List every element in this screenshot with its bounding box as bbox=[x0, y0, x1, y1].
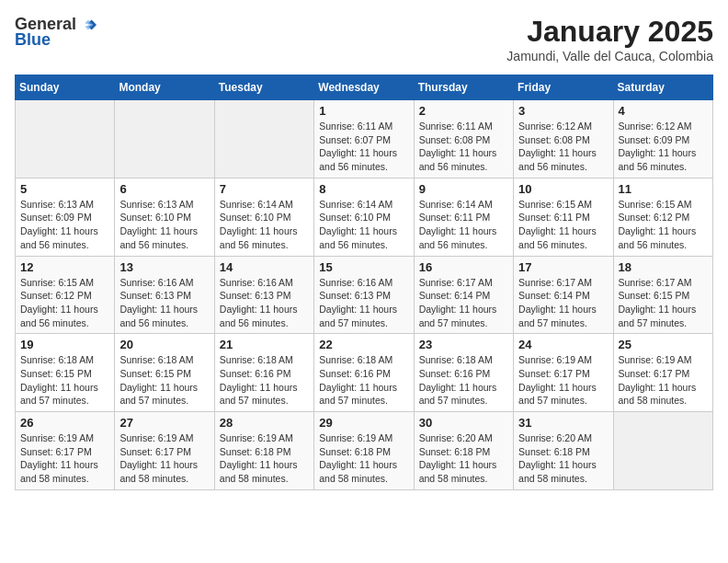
calendar-cell: 31Sunrise: 6:20 AM Sunset: 6:18 PM Dayli… bbox=[514, 412, 613, 490]
weekday-header: Tuesday bbox=[214, 75, 313, 100]
day-number: 16 bbox=[419, 260, 508, 274]
day-number: 6 bbox=[119, 182, 209, 196]
calendar-cell: 28Sunrise: 6:19 AM Sunset: 6:18 PM Dayli… bbox=[214, 412, 313, 490]
day-number: 8 bbox=[319, 182, 408, 196]
calendar-cell: 20Sunrise: 6:18 AM Sunset: 6:15 PM Dayli… bbox=[115, 334, 214, 412]
day-info: Sunrise: 6:15 AM Sunset: 6:11 PM Dayligh… bbox=[518, 198, 608, 252]
day-number: 12 bbox=[20, 260, 109, 274]
calendar-cell: 18Sunrise: 6:17 AM Sunset: 6:15 PM Dayli… bbox=[613, 256, 712, 334]
calendar-cell: 2Sunrise: 6:11 AM Sunset: 6:08 PM Daylig… bbox=[414, 100, 513, 178]
day-number: 30 bbox=[419, 416, 508, 430]
title-area: January 2025 Jamundi, Valle del Cauca, C… bbox=[506, 15, 713, 63]
day-info: Sunrise: 6:13 AM Sunset: 6:10 PM Dayligh… bbox=[119, 198, 209, 252]
calendar-cell bbox=[16, 100, 115, 178]
calendar-cell bbox=[115, 100, 214, 178]
day-number: 25 bbox=[619, 338, 708, 351]
day-number: 2 bbox=[419, 104, 508, 118]
logo: General Blue bbox=[15, 15, 97, 50]
weekday-header: Thursday bbox=[414, 75, 513, 100]
day-info: Sunrise: 6:16 AM Sunset: 6:13 PM Dayligh… bbox=[220, 276, 309, 330]
calendar-cell: 27Sunrise: 6:19 AM Sunset: 6:17 PM Dayli… bbox=[115, 412, 214, 490]
day-info: Sunrise: 6:15 AM Sunset: 6:12 PM Dayligh… bbox=[20, 276, 109, 330]
calendar-cell: 12Sunrise: 6:15 AM Sunset: 6:12 PM Dayli… bbox=[16, 256, 115, 334]
day-info: Sunrise: 6:14 AM Sunset: 6:10 PM Dayligh… bbox=[319, 198, 408, 252]
calendar-cell: 25Sunrise: 6:19 AM Sunset: 6:17 PM Dayli… bbox=[613, 334, 712, 412]
day-number: 3 bbox=[518, 104, 608, 118]
calendar-cell: 14Sunrise: 6:16 AM Sunset: 6:13 PM Dayli… bbox=[214, 256, 313, 334]
day-info: Sunrise: 6:19 AM Sunset: 6:17 PM Dayligh… bbox=[518, 353, 608, 408]
day-info: Sunrise: 6:17 AM Sunset: 6:14 PM Dayligh… bbox=[419, 276, 508, 330]
calendar-cell: 3Sunrise: 6:12 AM Sunset: 6:08 PM Daylig… bbox=[514, 100, 613, 178]
calendar-cell bbox=[613, 412, 712, 490]
calendar-cell: 13Sunrise: 6:16 AM Sunset: 6:13 PM Dayli… bbox=[115, 256, 214, 334]
calendar-week-row: 19Sunrise: 6:18 AM Sunset: 6:15 PM Dayli… bbox=[16, 334, 713, 412]
calendar-cell: 11Sunrise: 6:15 AM Sunset: 6:12 PM Dayli… bbox=[613, 178, 712, 256]
day-info: Sunrise: 6:19 AM Sunset: 6:17 PM Dayligh… bbox=[619, 353, 708, 408]
calendar-cell: 30Sunrise: 6:20 AM Sunset: 6:18 PM Dayli… bbox=[414, 412, 513, 490]
day-info: Sunrise: 6:18 AM Sunset: 6:15 PM Dayligh… bbox=[20, 353, 109, 408]
calendar-cell: 6Sunrise: 6:13 AM Sunset: 6:10 PM Daylig… bbox=[115, 178, 214, 256]
location-title: Jamundi, Valle del Cauca, Colombia bbox=[506, 49, 713, 63]
day-number: 1 bbox=[319, 104, 408, 118]
day-info: Sunrise: 6:16 AM Sunset: 6:13 PM Dayligh… bbox=[319, 276, 408, 330]
day-number: 18 bbox=[619, 260, 708, 274]
day-number: 31 bbox=[518, 416, 608, 430]
day-info: Sunrise: 6:18 AM Sunset: 6:16 PM Dayligh… bbox=[220, 353, 309, 408]
logo-blue: Blue bbox=[15, 30, 51, 50]
calendar-cell: 10Sunrise: 6:15 AM Sunset: 6:11 PM Dayli… bbox=[514, 178, 613, 256]
calendar-week-row: 26Sunrise: 6:19 AM Sunset: 6:17 PM Dayli… bbox=[16, 412, 713, 490]
calendar-cell: 15Sunrise: 6:16 AM Sunset: 6:13 PM Dayli… bbox=[314, 256, 414, 334]
day-info: Sunrise: 6:20 AM Sunset: 6:18 PM Dayligh… bbox=[518, 431, 608, 486]
day-number: 26 bbox=[20, 416, 109, 430]
day-number: 28 bbox=[220, 416, 309, 430]
day-number: 29 bbox=[319, 416, 408, 430]
day-info: Sunrise: 6:12 AM Sunset: 6:08 PM Dayligh… bbox=[518, 120, 608, 174]
month-title: January 2025 bbox=[506, 15, 713, 49]
day-info: Sunrise: 6:17 AM Sunset: 6:14 PM Dayligh… bbox=[518, 276, 608, 330]
day-info: Sunrise: 6:19 AM Sunset: 6:17 PM Dayligh… bbox=[20, 431, 109, 486]
day-info: Sunrise: 6:12 AM Sunset: 6:09 PM Dayligh… bbox=[619, 120, 708, 174]
calendar-cell: 29Sunrise: 6:19 AM Sunset: 6:18 PM Dayli… bbox=[314, 412, 414, 490]
day-number: 10 bbox=[518, 182, 608, 196]
day-info: Sunrise: 6:18 AM Sunset: 6:16 PM Dayligh… bbox=[419, 353, 508, 408]
calendar-week-row: 5Sunrise: 6:13 AM Sunset: 6:09 PM Daylig… bbox=[16, 178, 713, 256]
weekday-header: Saturday bbox=[613, 75, 712, 100]
day-number: 5 bbox=[20, 182, 109, 196]
day-number: 22 bbox=[319, 338, 408, 351]
calendar-cell: 21Sunrise: 6:18 AM Sunset: 6:16 PM Dayli… bbox=[214, 334, 313, 412]
day-info: Sunrise: 6:14 AM Sunset: 6:10 PM Dayligh… bbox=[220, 198, 309, 252]
weekday-header: Wednesday bbox=[314, 75, 414, 100]
logo-icon bbox=[80, 17, 97, 33]
day-info: Sunrise: 6:19 AM Sunset: 6:18 PM Dayligh… bbox=[220, 431, 309, 486]
calendar-cell bbox=[214, 100, 313, 178]
calendar-cell: 1Sunrise: 6:11 AM Sunset: 6:07 PM Daylig… bbox=[314, 100, 414, 178]
calendar-cell: 7Sunrise: 6:14 AM Sunset: 6:10 PM Daylig… bbox=[214, 178, 313, 256]
day-number: 19 bbox=[20, 338, 109, 351]
day-info: Sunrise: 6:14 AM Sunset: 6:11 PM Dayligh… bbox=[419, 198, 508, 252]
weekday-header: Monday bbox=[115, 75, 214, 100]
day-number: 13 bbox=[119, 260, 209, 274]
day-number: 17 bbox=[518, 260, 608, 274]
day-info: Sunrise: 6:16 AM Sunset: 6:13 PM Dayligh… bbox=[119, 276, 209, 330]
calendar-cell: 8Sunrise: 6:14 AM Sunset: 6:10 PM Daylig… bbox=[314, 178, 414, 256]
day-number: 11 bbox=[619, 182, 708, 196]
page-header: General Blue January 2025 Jamundi, Valle… bbox=[15, 15, 713, 63]
calendar-cell: 24Sunrise: 6:19 AM Sunset: 6:17 PM Dayli… bbox=[514, 334, 613, 412]
calendar-cell: 22Sunrise: 6:18 AM Sunset: 6:16 PM Dayli… bbox=[314, 334, 414, 412]
calendar-cell: 17Sunrise: 6:17 AM Sunset: 6:14 PM Dayli… bbox=[514, 256, 613, 334]
calendar-cell: 23Sunrise: 6:18 AM Sunset: 6:16 PM Dayli… bbox=[414, 334, 513, 412]
day-number: 9 bbox=[419, 182, 508, 196]
calendar-cell: 4Sunrise: 6:12 AM Sunset: 6:09 PM Daylig… bbox=[613, 100, 712, 178]
day-number: 21 bbox=[220, 338, 309, 351]
day-number: 15 bbox=[319, 260, 408, 274]
day-number: 14 bbox=[220, 260, 309, 274]
day-info: Sunrise: 6:11 AM Sunset: 6:08 PM Dayligh… bbox=[419, 120, 508, 174]
day-number: 4 bbox=[619, 104, 708, 118]
calendar-header-row: SundayMondayTuesdayWednesdayThursdayFrid… bbox=[16, 75, 713, 100]
day-number: 23 bbox=[419, 338, 508, 351]
day-info: Sunrise: 6:19 AM Sunset: 6:17 PM Dayligh… bbox=[119, 431, 209, 486]
day-info: Sunrise: 6:13 AM Sunset: 6:09 PM Dayligh… bbox=[20, 198, 109, 252]
day-number: 24 bbox=[518, 338, 608, 351]
calendar-table: SundayMondayTuesdayWednesdayThursdayFrid… bbox=[15, 75, 713, 490]
calendar-cell: 16Sunrise: 6:17 AM Sunset: 6:14 PM Dayli… bbox=[414, 256, 513, 334]
